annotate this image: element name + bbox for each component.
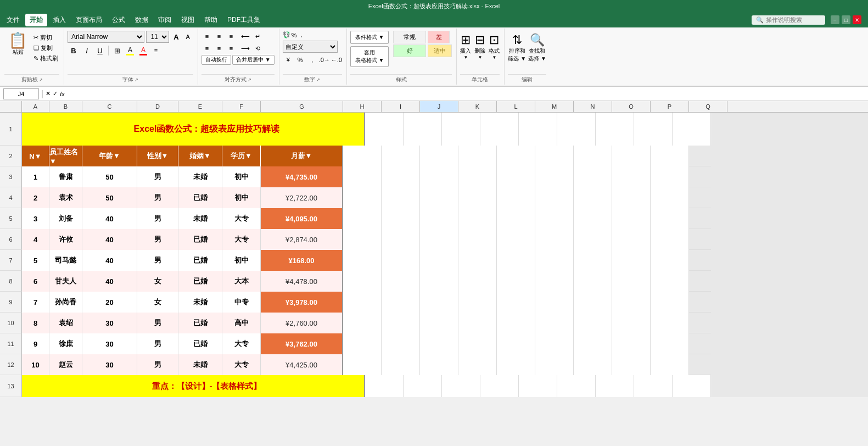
cell-L-9[interactable] (497, 333, 535, 354)
align-top-center-button[interactable]: ≡ (214, 31, 225, 42)
cell-education-8[interactable]: 高中 (222, 313, 261, 333)
col-header-B[interactable]: B (49, 101, 82, 112)
format-button[interactable]: ⊡ 格式 ▼ (489, 33, 500, 60)
row-num-1[interactable]: 1 (0, 113, 22, 146)
col-header-Q[interactable]: Q (689, 101, 727, 112)
cell-O-7[interactable] (612, 292, 651, 313)
cell-education-7[interactable]: 中专 (222, 292, 261, 313)
cell-P-6[interactable] (651, 271, 689, 292)
cell-salary-2[interactable]: ¥2,722.00 (261, 187, 343, 208)
row-num-4[interactable]: 4 (0, 187, 22, 208)
cell-H1[interactable] (365, 113, 404, 146)
menu-review[interactable]: 审阅 (154, 14, 176, 26)
cell-K-7[interactable] (458, 292, 497, 313)
row-num-10[interactable]: 10 (0, 313, 22, 333)
cell-marriage-1[interactable]: 未婚 (178, 166, 222, 187)
cell-P-7[interactable] (651, 292, 689, 313)
bad-style[interactable]: 差 (428, 31, 450, 43)
cell-no-4[interactable]: 4 (22, 229, 49, 250)
format-painter-button[interactable]: ✎ 格式刷 (32, 54, 59, 63)
align-left-button[interactable]: ≡ (201, 43, 212, 54)
cell-A1[interactable] (22, 113, 49, 146)
cell-K-3[interactable] (458, 208, 497, 229)
cell-education-3[interactable]: 大专 (222, 208, 261, 229)
indent-decrease-button[interactable]: ⟵ (240, 31, 251, 42)
copy-button[interactable]: ❑ 复制 (32, 43, 59, 53)
cell-N-5[interactable] (574, 250, 612, 271)
cell-L-10[interactable] (497, 354, 535, 375)
cell-no-6[interactable]: 6 (22, 271, 49, 292)
cell-reference-input[interactable] (3, 88, 39, 99)
cell-M-6[interactable] (535, 271, 574, 292)
cell-P-5[interactable] (651, 250, 689, 271)
cell-O-6[interactable] (612, 271, 651, 292)
cell-header-gender[interactable]: 性别▼ (137, 146, 178, 166)
cell-age-5[interactable]: 40 (82, 250, 137, 271)
cell-salary-6[interactable]: ¥4,478.00 (261, 271, 343, 292)
cell-salary-5[interactable]: ¥168.00 (261, 250, 343, 271)
cell-N2[interactable] (574, 146, 612, 166)
percent-button[interactable]: % (295, 54, 306, 65)
cell-M1[interactable] (557, 113, 596, 146)
cell-P13[interactable] (673, 375, 711, 397)
cell-O-3[interactable] (612, 208, 651, 229)
cell-age-4[interactable]: 40 (82, 229, 137, 250)
cell-gender-6[interactable]: 女 (137, 271, 178, 292)
cell-I-9[interactable] (382, 333, 420, 354)
wrap-text-button[interactable]: ↵ (252, 31, 263, 42)
decrease-decimal-button[interactable]: ←.0 (331, 54, 342, 65)
cell-K-2[interactable] (458, 187, 497, 208)
cell-P-9[interactable] (651, 333, 689, 354)
row-num-13[interactable]: 13 (0, 375, 22, 397)
cell-salary-1[interactable]: ¥4,735.00 (261, 166, 343, 187)
cell-O-1[interactable] (612, 166, 651, 187)
cell-L-8[interactable] (497, 313, 535, 333)
number-expand-icon[interactable]: ↗ (316, 77, 320, 82)
align-right-button[interactable]: ≡ (226, 43, 237, 54)
cell-H-2[interactable] (343, 187, 382, 208)
cell-N13[interactable] (596, 375, 634, 397)
cell-education-4[interactable]: 大专 (222, 229, 261, 250)
cell-K2[interactable] (458, 146, 497, 166)
cell-I-4[interactable] (382, 229, 420, 250)
cell-name-5[interactable]: 司马懿 (49, 250, 82, 271)
cell-header-salary[interactable]: 月薪▼ (261, 146, 343, 166)
cell-N-2[interactable] (574, 187, 612, 208)
cell-salary-7[interactable]: ¥3,978.00 (261, 292, 343, 313)
cell-J-7[interactable] (420, 292, 458, 313)
menu-pdf[interactable]: PDF工具集 (223, 14, 265, 26)
cell-O-8[interactable] (612, 313, 651, 333)
cell-J-3[interactable] (420, 208, 458, 229)
cell-name-9[interactable]: 徐庶 (49, 333, 82, 354)
cell-O-2[interactable] (612, 187, 651, 208)
cell-I-7[interactable] (382, 292, 420, 313)
cell-education-10[interactable]: 大专 (222, 354, 261, 375)
col-header-O[interactable]: O (612, 101, 651, 112)
cell-M2[interactable] (535, 146, 574, 166)
cell-marriage-8[interactable]: 已婚 (178, 313, 222, 333)
cell-K1[interactable] (480, 113, 519, 146)
cell-H-6[interactable] (343, 271, 382, 292)
cell-O2[interactable] (612, 146, 651, 166)
formula-function-icon[interactable]: fx (60, 91, 65, 97)
cut-button[interactable]: ✂ 剪切 (32, 33, 59, 42)
cell-N-9[interactable] (574, 333, 612, 354)
col-header-H[interactable]: H (343, 101, 382, 112)
bold-button[interactable]: B (68, 44, 80, 57)
col-header-L[interactable]: L (497, 101, 535, 112)
cell-N-8[interactable] (574, 313, 612, 333)
cell-no-3[interactable]: 3 (22, 208, 49, 229)
col-header-J[interactable]: J (420, 101, 458, 112)
auto-wrap-button[interactable]: 自动换行 (201, 55, 231, 65)
cell-P2[interactable] (651, 146, 689, 166)
cell-M-4[interactable] (535, 229, 574, 250)
cell-age-10[interactable]: 30 (82, 354, 137, 375)
cell-N-10[interactable] (574, 354, 612, 375)
font-size-select[interactable]: 11 (146, 31, 169, 43)
table-style-button[interactable]: 套用表格格式 ▼ (350, 46, 389, 67)
row-num-5[interactable]: 5 (0, 208, 22, 229)
cell-J-2[interactable] (420, 187, 458, 208)
formula-input[interactable] (67, 88, 865, 99)
col-header-D[interactable]: D (137, 101, 178, 112)
font-color-button[interactable]: A (137, 44, 149, 57)
